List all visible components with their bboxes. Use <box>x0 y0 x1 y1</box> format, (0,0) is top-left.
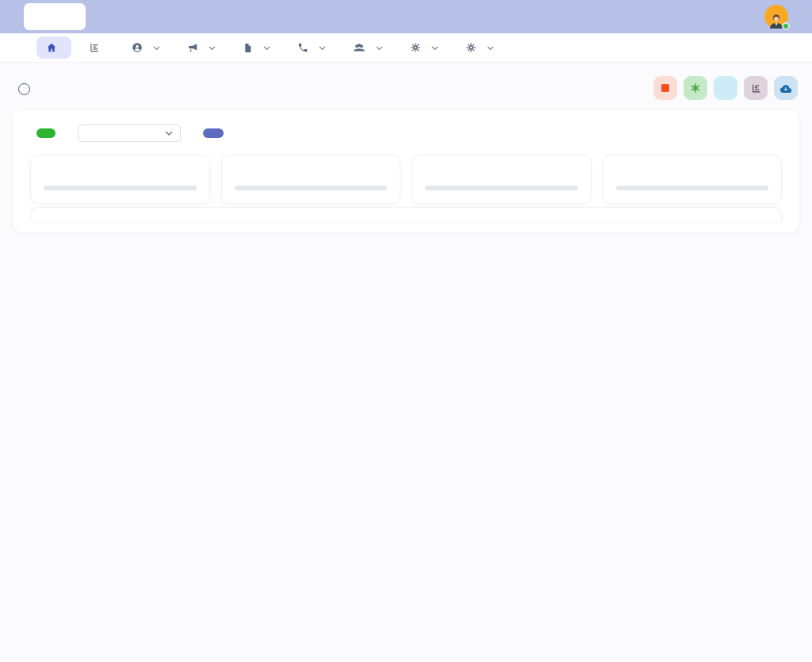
asterisk-icon <box>690 82 701 94</box>
stop-button[interactable] <box>653 76 677 100</box>
stat-progress-fill <box>44 186 54 190</box>
chevron-down-icon <box>376 44 383 52</box>
stop-icon <box>661 84 669 92</box>
megaphone-icon <box>187 42 198 53</box>
file-icon <box>243 43 253 53</box>
top-bar <box>0 0 812 33</box>
campaign-select[interactable] <box>78 124 181 142</box>
cloud-download-button[interactable] <box>774 76 798 100</box>
user-icon <box>132 42 143 53</box>
chevron-down-icon <box>319 44 326 52</box>
stat-progress-bar <box>235 186 388 190</box>
asterisk-button[interactable] <box>684 76 707 100</box>
nav-item-admin[interactable] <box>400 36 448 59</box>
main-nav <box>0 33 812 63</box>
page-title <box>14 82 30 95</box>
nav-item-script[interactable] <box>233 37 280 59</box>
stat-card-paused <box>603 155 783 204</box>
report-icon <box>89 42 100 53</box>
nav-item-inbound[interactable] <box>288 36 335 59</box>
chevron-down-icon <box>165 129 173 137</box>
dashboard-card <box>13 110 799 232</box>
stat-progress-bar <box>44 186 197 190</box>
online-status-dot <box>782 22 790 30</box>
next-table-card-partial <box>30 207 782 221</box>
gear-icon <box>465 42 477 53</box>
home-icon <box>46 42 57 53</box>
stat-progress-fill <box>235 186 245 190</box>
stat-card-login <box>30 155 210 204</box>
cloud-download-icon <box>779 83 792 94</box>
nav-item-system[interactable] <box>456 36 504 59</box>
controls-row <box>36 124 783 142</box>
phone-icon <box>297 42 308 53</box>
gear-icon <box>410 42 421 53</box>
report-log-button[interactable] <box>744 76 768 100</box>
stat-progress-bar <box>616 186 769 190</box>
nav-item-user[interactable] <box>122 36 170 59</box>
chevron-down-icon <box>209 44 216 52</box>
stat-progress-bar <box>425 186 578 190</box>
help-icon[interactable] <box>18 83 30 95</box>
chevron-down-icon <box>153 44 160 52</box>
quick-action-buttons <box>653 76 798 100</box>
stat-card-incall <box>221 155 401 204</box>
stat-progress-fill <box>616 186 626 190</box>
nav-item-user-group[interactable] <box>343 36 393 59</box>
stat-card-waiting <box>412 155 592 204</box>
brand-logo[interactable] <box>24 3 86 30</box>
chevron-down-icon <box>263 44 270 52</box>
user-group-icon <box>353 42 366 53</box>
more-setting-button[interactable] <box>36 128 56 138</box>
nav-item-campaign[interactable] <box>178 36 225 59</box>
chevron-down-icon <box>431 44 439 52</box>
nav-item-dashboard[interactable] <box>36 36 71 59</box>
nav-item-report[interactable] <box>79 36 114 59</box>
link-infinity-button[interactable] <box>714 76 737 100</box>
chevron-down-icon <box>487 44 494 52</box>
user-avatar[interactable] <box>764 5 788 29</box>
submit-button[interactable] <box>203 128 224 138</box>
page-content <box>0 63 812 662</box>
chart-report-icon <box>751 83 761 94</box>
stat-progress-fill <box>425 186 435 190</box>
agent-stat-cards <box>30 155 782 204</box>
